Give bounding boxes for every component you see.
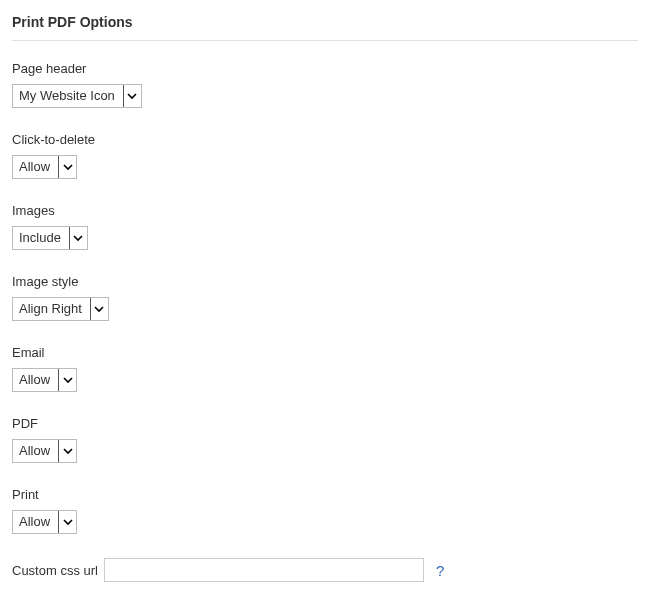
select-page-header-value: My Website Icon: [13, 85, 123, 107]
select-images[interactable]: Include: [12, 226, 88, 250]
label-image-style: Image style: [12, 274, 638, 289]
chevron-down-icon: [58, 156, 76, 178]
select-click-to-delete-value: Allow: [13, 156, 58, 178]
select-pdf-value: Allow: [13, 440, 58, 462]
select-image-style-value: Align Right: [13, 298, 90, 320]
field-click-to-delete: Click-to-delete Allow: [12, 132, 638, 179]
select-email-value: Allow: [13, 369, 58, 391]
select-print-value: Allow: [13, 511, 58, 533]
select-print[interactable]: Allow: [12, 510, 77, 534]
field-custom-css-url: Custom css url ?: [12, 558, 638, 582]
chevron-down-icon: [58, 511, 76, 533]
select-image-style[interactable]: Align Right: [12, 297, 109, 321]
label-page-header: Page header: [12, 61, 638, 76]
label-images: Images: [12, 203, 638, 218]
label-email: Email: [12, 345, 638, 360]
field-print: Print Allow: [12, 487, 638, 534]
input-custom-css-url[interactable]: [104, 558, 424, 582]
chevron-down-icon: [90, 298, 108, 320]
label-print: Print: [12, 487, 638, 502]
field-images: Images Include: [12, 203, 638, 250]
chevron-down-icon: [69, 227, 87, 249]
field-image-style: Image style Align Right: [12, 274, 638, 321]
label-custom-css-url: Custom css url: [12, 563, 98, 578]
label-click-to-delete: Click-to-delete: [12, 132, 638, 147]
label-pdf: PDF: [12, 416, 638, 431]
select-email[interactable]: Allow: [12, 368, 77, 392]
select-page-header[interactable]: My Website Icon: [12, 84, 142, 108]
chevron-down-icon: [123, 85, 141, 107]
select-click-to-delete[interactable]: Allow: [12, 155, 77, 179]
page-title: Print PDF Options: [12, 0, 638, 41]
select-pdf[interactable]: Allow: [12, 439, 77, 463]
chevron-down-icon: [58, 369, 76, 391]
help-link[interactable]: ?: [430, 562, 450, 579]
field-email: Email Allow: [12, 345, 638, 392]
select-images-value: Include: [13, 227, 69, 249]
field-pdf: PDF Allow: [12, 416, 638, 463]
field-page-header: Page header My Website Icon: [12, 61, 638, 108]
chevron-down-icon: [58, 440, 76, 462]
